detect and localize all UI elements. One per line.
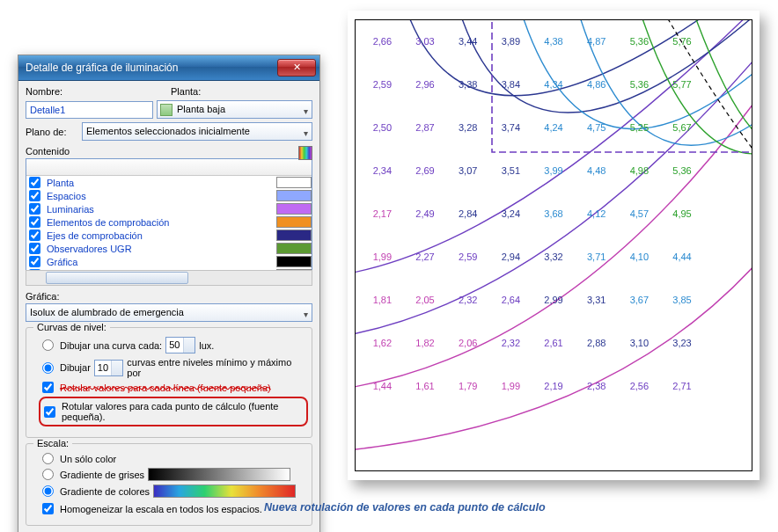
value-cell: 2,49: [404, 208, 447, 251]
value-cell: 2,06: [446, 338, 489, 381]
contenido-checkbox[interactable]: [29, 190, 40, 201]
value-cell: 2,64: [489, 295, 532, 338]
value-cell: 1,99: [489, 381, 532, 424]
chart-plot-area: 2,663,033,443,894,384,875,365,762,592,96…: [355, 19, 752, 471]
value-cell: [404, 424, 447, 467]
floor-icon: [160, 104, 172, 116]
contenido-row[interactable]: Elementos de comprobación: [26, 215, 312, 229]
contenido-row[interactable]: Gráfica: [26, 255, 312, 268]
value-cell: 3,71: [575, 251, 618, 295]
contenido-checkbox[interactable]: [29, 216, 40, 228]
radio-un-color[interactable]: [42, 453, 54, 464]
value-cell: 2,99: [532, 295, 576, 338]
radio-grises[interactable]: [42, 469, 54, 480]
value-cell: 3,03: [404, 36, 447, 79]
contenido-row[interactable]: Espacios: [26, 189, 312, 202]
color-swatch[interactable]: [276, 243, 312, 254]
checkbox-homogeneizar[interactable]: [42, 503, 54, 514]
value-cell: 2,66: [361, 36, 404, 79]
spin-entre[interactable]: 10: [94, 360, 123, 376]
spin-cada[interactable]: 50: [165, 337, 195, 353]
contenido-row[interactable]: Ejes de comprobación: [26, 229, 312, 242]
contenido-list[interactable]: PlantaEspaciosLuminariasElementos de com…: [26, 158, 312, 271]
plano-dropdown[interactable]: Elementos seleccionados inicialmente: [82, 122, 312, 141]
checkbox-rotular-punto[interactable]: [44, 406, 55, 418]
value-cell: 2,27: [404, 251, 447, 295]
color-swatch[interactable]: [276, 190, 312, 201]
radio-row-entre: Dibujar 10 curvas entre niveles mínimo y…: [42, 357, 305, 378]
contenido-checkbox[interactable]: [29, 256, 40, 267]
contenido-checkbox[interactable]: [29, 177, 40, 188]
contenido-row[interactable]: Planta: [26, 176, 312, 189]
scrollbar-horizontal[interactable]: [26, 270, 312, 286]
value-cell: 4,57: [618, 208, 661, 251]
value-cell: 1,61: [404, 381, 447, 424]
scrollbar-thumb[interactable]: [46, 272, 188, 284]
value-cell: 4,98: [618, 165, 661, 208]
color-swatch[interactable]: [276, 177, 312, 188]
value-cell: 5,36: [661, 165, 704, 208]
value-cell: 3,84: [489, 79, 532, 122]
value-cell: [703, 338, 746, 381]
contenido-item-label: Elementos de comprobación: [47, 217, 169, 228]
nombre-input[interactable]: [26, 101, 153, 119]
value-cell: 1,99: [361, 251, 404, 295]
grafica-label: Gráfica:: [26, 291, 312, 302]
planta-label: Planta:: [171, 86, 312, 97]
contenido-header: [26, 159, 312, 176]
value-cell: 2,34: [361, 165, 404, 208]
contenido-row[interactable]: Luminarias: [26, 202, 312, 215]
radio-curva-cada[interactable]: [42, 339, 54, 351]
value-cell: 3,74: [489, 122, 532, 165]
radio-un-color-label: Un sólo color: [60, 454, 116, 464]
gradient-grey-swatch: [148, 468, 290, 481]
value-row: 1,621,822,062,322,612,883,103,23: [361, 338, 746, 381]
contenido-row[interactable]: Observadores UGR: [26, 242, 312, 255]
value-cell: 2,19: [532, 381, 576, 424]
radio-cada-label-b: lux.: [199, 340, 214, 351]
value-cell: 1,62: [361, 338, 404, 381]
contenido-checkbox[interactable]: [29, 203, 40, 215]
value-cell: 3,67: [618, 295, 661, 338]
contenido-label: Contenido: [26, 146, 312, 157]
value-cell: 2,84: [446, 208, 489, 251]
value-cell: 2,61: [532, 338, 576, 381]
value-cell: 5,25: [618, 122, 661, 165]
value-cell: 4,34: [532, 79, 576, 122]
checkbox-punto-label: Rotular valores para cada punto de cálcu…: [62, 401, 303, 422]
contenido-checkbox[interactable]: [29, 243, 40, 254]
value-cell: 2,94: [489, 251, 532, 295]
value-cell: 2,50: [361, 122, 404, 165]
value-row: 1,992,272,592,943,323,714,104,44: [361, 251, 746, 295]
checkbox-row-linea: Rotular valores para cada línea (fuente …: [42, 382, 305, 393]
value-cell: 2,59: [361, 79, 404, 122]
grafica-value: Isolux de alumbrado de emergencia: [30, 307, 184, 317]
checkbox-rotular-linea[interactable]: [42, 382, 54, 393]
value-cell: 2,59: [446, 251, 489, 295]
color-swatch[interactable]: [276, 203, 312, 215]
value-cell: 2,87: [404, 122, 447, 165]
value-cell: 3,99: [532, 165, 576, 208]
grafica-dropdown[interactable]: Isolux de alumbrado de emergencia: [26, 303, 312, 322]
value-cell: 3,85: [661, 295, 704, 338]
value-row: 2,502,873,283,744,244,755,255,67: [361, 122, 746, 165]
contenido-checkbox[interactable]: [29, 230, 40, 241]
color-swatch[interactable]: [276, 256, 312, 267]
planta-dropdown[interactable]: Planta baja: [157, 100, 312, 119]
radio-curva-entre[interactable]: [42, 362, 54, 374]
value-cell: 3,89: [489, 36, 532, 79]
palette-icon[interactable]: [298, 146, 312, 160]
value-cell: 5,77: [661, 79, 704, 122]
value-cell: [703, 424, 746, 467]
close-icon[interactable]: ✕: [277, 59, 316, 77]
value-cell: [703, 295, 746, 338]
contenido-item-label: Observadores UGR: [47, 244, 132, 254]
radio-colores[interactable]: [42, 485, 54, 497]
color-swatch[interactable]: [276, 230, 312, 241]
value-cell: [532, 424, 576, 467]
radio-row-cada: Dibujar una curva cada: 50 lux.: [42, 337, 305, 353]
color-swatch[interactable]: [276, 216, 312, 228]
value-cell: 3,23: [661, 338, 704, 381]
value-cell: 2,38: [575, 381, 618, 424]
title-bar: Detalle de gráfica de iluminación ✕: [18, 55, 319, 81]
